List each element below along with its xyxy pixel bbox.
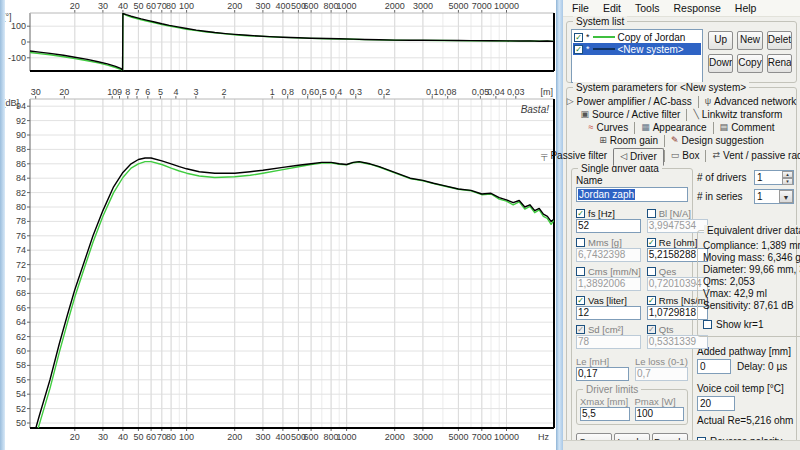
curve-color-sample [593, 48, 615, 50]
voice-coil-temp-input[interactable]: 20 [697, 396, 735, 411]
fs-hz-checkbox[interactable]: ✓ [576, 209, 585, 218]
mms-g-checkbox[interactable] [576, 238, 585, 247]
system-checkbox[interactable]: ✓ [574, 33, 583, 42]
sd-cm-checkbox: ✓ [576, 325, 585, 334]
curve-color-sample [593, 36, 615, 38]
svg-text:88: 88 [16, 144, 26, 154]
tab-curves[interactable]: ≈Curves [583, 122, 635, 134]
svg-text:1: 1 [270, 87, 275, 97]
chevron-down-icon[interactable]: ▼ [779, 190, 793, 203]
show-kr-checkbox[interactable] [703, 320, 712, 329]
tab-passive-filter[interactable]: ╤Passive filter [535, 150, 613, 162]
system-list-group: System list ✓*Copy of Jordan✓*<New syste… [566, 21, 797, 83]
svg-text:100: 100 [11, 21, 26, 31]
xmax-input[interactable]: 5,5 [580, 407, 630, 421]
tab-vent-passive-radiator[interactable]: ⇄Vent / passive radiator [705, 150, 800, 162]
room-gain-icon: ⊞ [599, 136, 607, 145]
window-splitter[interactable] [556, 0, 563, 450]
system-checkbox[interactable]: ✓ [574, 45, 583, 54]
window-left-edge [0, 0, 5, 450]
svg-text:6: 6 [145, 87, 150, 97]
driver-limits-group: Driver limits Xmax [mm] Pmax [W] 5,5 100 [576, 389, 688, 425]
up-button[interactable]: Up [708, 31, 733, 50]
actual-re-text: Actual Re=5,216 ohm [697, 415, 800, 426]
vas-liter-checkbox[interactable]: ✓ [576, 296, 585, 305]
name-label: Name [576, 175, 688, 186]
system-list-title: System list [573, 16, 627, 27]
re-ohm-checkbox[interactable]: ✓ [647, 238, 656, 247]
tab-box[interactable]: ▭Box [664, 150, 706, 162]
driver-name-input[interactable]: Jordan zaph [576, 187, 688, 202]
svg-text:30: 30 [98, 432, 108, 442]
modified-star: * [586, 44, 590, 54]
tab-label: Design suggestion [682, 135, 764, 146]
le-loss-input: 0,7 [635, 367, 688, 381]
menu-tools[interactable]: Tools [628, 1, 667, 15]
tab-appearance[interactable]: ▦Appearance [634, 122, 712, 134]
svg-text:Basta!: Basta! [521, 104, 550, 115]
menu-help[interactable]: Help [728, 1, 764, 15]
le-loss-label: Le loss (0-1) [635, 356, 688, 367]
svg-text:52: 52 [16, 404, 26, 414]
equiv-line: Diameter: 99,66 mm, 3,923" [703, 264, 800, 275]
qts-label: Qts [659, 324, 674, 335]
added-pathway-input[interactable]: 0 [697, 359, 731, 374]
pmax-input[interactable]: 100 [635, 407, 685, 421]
menu-file[interactable]: File [565, 1, 596, 15]
num-series-select[interactable]: 1 ▼ [754, 189, 794, 204]
tab-comment[interactable]: ▤Comment [713, 122, 781, 134]
spin-up-icon[interactable]: ▴ [782, 171, 793, 178]
rms-ns-m-checkbox[interactable]: ✓ [647, 296, 656, 305]
svg-text:2000: 2000 [385, 1, 405, 11]
system-buttons: UpNewDeleteDownCopyRename [708, 29, 792, 83]
menu-edit[interactable]: Edit [596, 1, 628, 15]
svg-text:74: 74 [16, 245, 26, 255]
delete-button[interactable]: Delete [767, 31, 792, 50]
tab-label: Box [682, 150, 699, 161]
re-ohm-label: Re [ohm] [659, 237, 698, 248]
cms-mm-n-input: 1,3892006 [576, 277, 641, 291]
num-drivers-stepper[interactable]: 1 ▴ ▾ [754, 170, 794, 185]
svg-text:20: 20 [70, 1, 80, 11]
svg-text:Hz: Hz [538, 432, 549, 442]
pmax-label: Pmax [W] [635, 396, 685, 407]
svg-text:1000: 1000 [337, 1, 357, 11]
svg-text:600: 600 [304, 1, 319, 11]
svg-text:3000: 3000 [413, 432, 433, 442]
vas-liter-input[interactable]: 12 [576, 306, 641, 320]
tab-design-suggestion[interactable]: ✎Design suggestion [664, 135, 770, 147]
bl-n-a-checkbox[interactable] [647, 209, 656, 218]
menu-response[interactable]: Response [667, 1, 728, 15]
svg-text:80: 80 [166, 432, 176, 442]
chart-window: 1000-10020304050607080100200300400500600… [0, 0, 556, 450]
tab-power-amplifier-ac-bass[interactable]: ▷Power amplifier / AC-bass [561, 96, 698, 108]
voice-coil-temp-label: Voice coil temp [°C] [697, 383, 800, 394]
copy-button[interactable]: Copy [737, 54, 762, 73]
equivalent-driver-title: Equivalent driver data [704, 225, 800, 236]
tab-room-gain[interactable]: ⊞Room gain [593, 135, 664, 147]
system-listbox[interactable]: ✓*Copy of Jordan✓*<New system> [571, 29, 703, 83]
qts-input: 0,5331339 [647, 335, 709, 349]
panel-bottom-strip [563, 440, 800, 450]
le-input[interactable]: 0,17 [576, 367, 629, 381]
list-item[interactable]: ✓*Copy of Jordan [573, 31, 701, 43]
cms-mm-n-checkbox[interactable] [576, 267, 585, 276]
rename-button[interactable]: Rename [767, 54, 792, 73]
svg-text:5000: 5000 [448, 1, 468, 11]
spin-down-icon[interactable]: ▾ [782, 178, 793, 185]
down-button[interactable]: Down [708, 54, 733, 73]
fs-hz-input[interactable]: 52 [576, 219, 641, 233]
tab-source-active-filter[interactable]: ▣Source / Active filter [575, 109, 687, 121]
tab-driver[interactable]: ◁Driver [613, 148, 664, 166]
tab-linkwitz-transform[interactable]: ╲Linkwitz transform [686, 109, 788, 121]
svg-text:56: 56 [16, 375, 26, 385]
list-item[interactable]: ✓*<New system> [573, 43, 701, 55]
qes-checkbox[interactable] [647, 267, 656, 276]
new-button[interactable]: New [737, 31, 762, 50]
svg-text:54: 54 [16, 389, 26, 399]
svg-text:100: 100 [179, 1, 194, 11]
svg-text:1000: 1000 [337, 432, 357, 442]
svg-text:0,03: 0,03 [507, 87, 525, 97]
tab-advanced-network[interactable]: ψAdvanced network [698, 96, 800, 108]
svg-text:58: 58 [16, 360, 26, 370]
